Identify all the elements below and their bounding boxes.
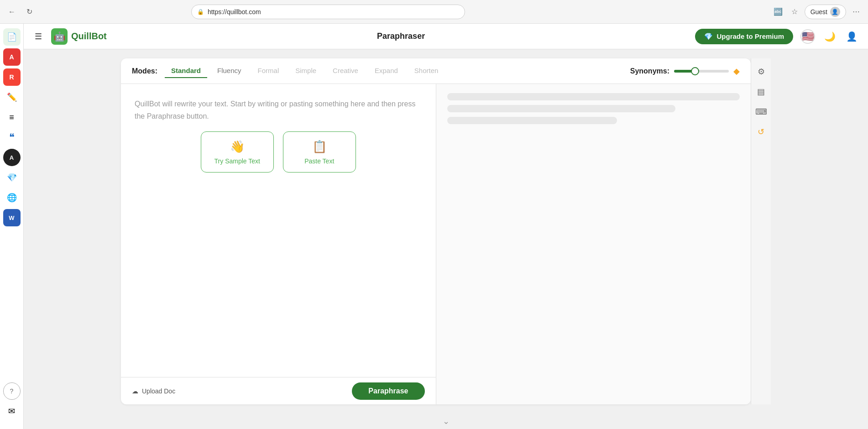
- user-profile-button[interactable]: 👤: [844, 29, 859, 44]
- back-button[interactable]: ←: [5, 5, 18, 18]
- flag-icon[interactable]: 🇺🇸: [800, 29, 815, 44]
- chevron-down-icon: ⌄: [443, 416, 450, 426]
- paste-text-label: Paste Text: [304, 157, 334, 165]
- tab-standard[interactable]: Standard: [165, 64, 207, 78]
- right-panel: [436, 84, 751, 404]
- guest-avatar: 👤: [830, 7, 840, 17]
- guest-button[interactable]: Guest 👤: [805, 5, 846, 19]
- quillbot-logo-icon: 🤖: [51, 28, 68, 45]
- more-button[interactable]: ⋯: [850, 5, 863, 18]
- left-bottom-bar: ☁ Upload Doc Paraphrase: [121, 377, 436, 404]
- left-panel: QuillBot will rewrite your text. Start b…: [121, 84, 436, 404]
- browser-actions: 🔤 ☆ Guest 👤 ⋯: [772, 5, 863, 19]
- slider-thumb[interactable]: [691, 67, 699, 75]
- guest-label: Guest: [810, 8, 827, 16]
- tab-shorten[interactable]: Shorten: [408, 64, 445, 78]
- sidebar-item-translator[interactable]: A: [3, 149, 21, 166]
- address-bar[interactable]: 🔒 https://quillbot.com: [191, 5, 465, 19]
- page-title: Paraphraser: [114, 31, 688, 41]
- main-area: ☰ 🤖 QuillBot Paraphraser 💎 Upgrade to Pr…: [24, 24, 868, 429]
- sidebar-item-cowriter[interactable]: ✏️: [3, 89, 21, 106]
- sidebar-item-word[interactable]: W: [3, 209, 21, 226]
- upgrade-label: Upgrade to Premium: [716, 32, 784, 40]
- sidebar-item-plagiarism[interactable]: R: [3, 68, 21, 86]
- sidebar: 📄 A R ✏️ ≡ ❝ A 💎 🌐 W ? ✉: [0, 24, 24, 429]
- sidebar-bottom: ? ✉: [3, 382, 21, 424]
- translate-icon[interactable]: 🔤: [772, 5, 784, 18]
- tab-fluency[interactable]: Fluency: [211, 64, 248, 78]
- upgrade-button[interactable]: 💎 Upgrade to Premium: [695, 29, 793, 44]
- upload-doc-label: Upload Doc: [142, 387, 175, 395]
- skeleton-line-3: [447, 117, 617, 124]
- sidebar-item-help[interactable]: ?: [3, 382, 21, 400]
- upload-icon: ☁: [132, 387, 138, 395]
- sidebar-item-summarizer[interactable]: ≡: [3, 109, 21, 126]
- tab-creative[interactable]: Creative: [326, 64, 365, 78]
- modes-label: Modes:: [132, 67, 157, 75]
- tab-expand[interactable]: Expand: [368, 64, 404, 78]
- bookmark-icon[interactable]: ☆: [788, 5, 801, 18]
- wave-icon: 👋: [230, 140, 245, 154]
- dark-mode-button[interactable]: 🌙: [822, 29, 837, 44]
- paste-text-button[interactable]: 📋 Paste Text: [283, 131, 356, 173]
- tab-formal[interactable]: Formal: [251, 64, 286, 78]
- diamond-icon: 💎: [704, 32, 713, 41]
- sidebar-item-premium[interactable]: 💎: [3, 169, 21, 186]
- skeleton-line-1: [447, 93, 740, 100]
- skeleton-line-2: [447, 105, 675, 112]
- feedback-button[interactable]: ▤: [753, 84, 769, 99]
- try-sample-label: Try Sample Text: [214, 157, 260, 165]
- keyboard-button[interactable]: ⌨: [753, 104, 769, 120]
- content-area: Modes: Standard Fluency Formal Simple Cr…: [24, 49, 868, 413]
- url-text: https://quillbot.com: [208, 8, 261, 16]
- settings-button[interactable]: ⚙: [753, 64, 769, 79]
- lock-icon: 🔒: [197, 9, 204, 15]
- sidebar-item-paraphraser[interactable]: 📄: [3, 28, 21, 46]
- bottom-expand-button[interactable]: ⌄: [24, 413, 868, 429]
- main-card: Modes: Standard Fluency Formal Simple Cr…: [121, 58, 751, 404]
- top-nav: ☰ 🤖 QuillBot Paraphraser 💎 Upgrade to Pr…: [24, 24, 868, 49]
- history-button[interactable]: ↺: [753, 124, 769, 140]
- logo-text: QuillBot: [71, 31, 107, 42]
- logo-area: 🤖 QuillBot: [51, 28, 107, 45]
- refresh-button[interactable]: ↻: [23, 5, 36, 18]
- right-sidebar: ⚙ ▤ ⌨ ↺: [751, 58, 771, 404]
- placeholder-text: QuillBot will rewrite your text. Start b…: [135, 98, 422, 122]
- hamburger-button[interactable]: ☰: [33, 30, 44, 43]
- editor-panels: QuillBot will rewrite your text. Start b…: [121, 84, 751, 404]
- app-container: 📄 A R ✏️ ≡ ❝ A 💎 🌐 W ? ✉ ☰ 🤖 QuillBot Pa…: [0, 24, 868, 429]
- synonyms-area: Synonyms: ◆: [630, 66, 740, 76]
- paraphrase-button[interactable]: Paraphrase: [352, 382, 424, 400]
- action-buttons: 👋 Try Sample Text 📋 Paste Text: [135, 122, 422, 191]
- synonyms-label: Synonyms:: [630, 67, 669, 75]
- tab-simple[interactable]: Simple: [289, 64, 323, 78]
- modes-bar: Modes: Standard Fluency Formal Simple Cr…: [121, 58, 751, 84]
- sidebar-item-mail[interactable]: ✉: [3, 403, 21, 420]
- sidebar-item-chrome[interactable]: 🌐: [3, 189, 21, 206]
- browser-chrome: ← ↻ 🔒 https://quillbot.com 🔤 ☆ Guest 👤 ⋯: [0, 0, 868, 24]
- premium-slider-icon: ◆: [733, 66, 740, 76]
- synonyms-slider[interactable]: [674, 70, 729, 73]
- try-sample-button[interactable]: 👋 Try Sample Text: [201, 131, 274, 173]
- text-input-area[interactable]: QuillBot will rewrite your text. Start b…: [121, 84, 436, 377]
- sidebar-item-grammar[interactable]: A: [3, 48, 21, 66]
- sidebar-item-citation[interactable]: ❝: [3, 129, 21, 146]
- clipboard-icon: 📋: [312, 140, 327, 154]
- upload-doc-button[interactable]: ☁ Upload Doc: [132, 387, 175, 395]
- skeleton-lines: [436, 84, 751, 133]
